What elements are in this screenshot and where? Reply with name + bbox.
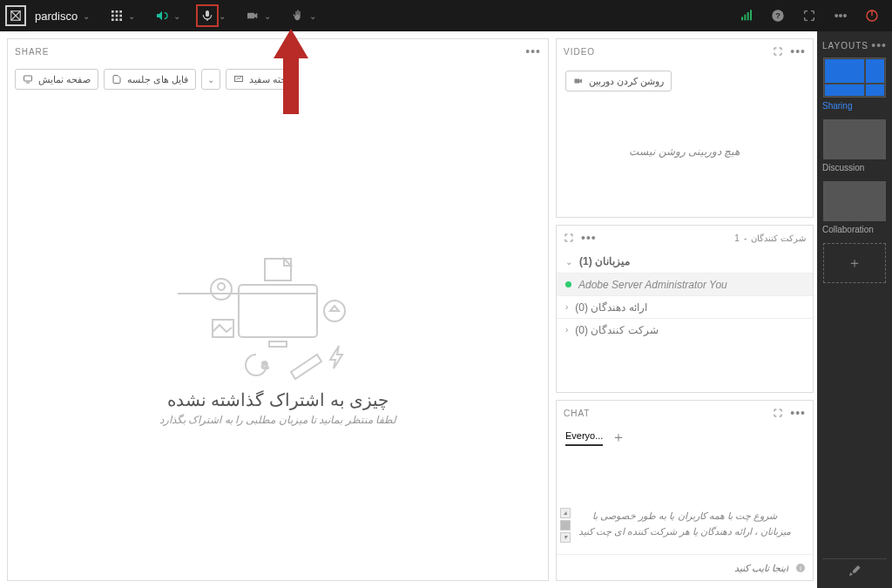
svg-rect-10: [206, 10, 209, 17]
svg-rect-3: [119, 10, 122, 13]
mic-dropdown[interactable]: ⌄: [219, 11, 226, 21]
attendees-presenters-label: ارائه دهندگان (0): [575, 301, 646, 314]
speaker-dropdown[interactable]: ⌄: [173, 11, 180, 21]
layout-discussion-label: Discussion: [822, 163, 887, 172]
attendees-menu-icon[interactable]: •••: [581, 231, 597, 245]
svg-rect-5: [116, 15, 118, 17]
room-name[interactable]: pardisco: [35, 10, 78, 23]
raise-hand-icon[interactable]: [287, 4, 309, 27]
top-bar: pardisco ⌄ ⌄ ⌄ ⌄ ⌄ ⌄ ? •••: [0, 0, 892, 31]
more-icon[interactable]: •••: [829, 4, 852, 27]
help-icon[interactable]: ?: [767, 4, 789, 27]
share-screen-label: صفحه نمایش: [38, 74, 91, 85]
svg-rect-12: [741, 17, 743, 20]
chat-title: CHAT: [564, 409, 590, 418]
fullscreen-icon[interactable]: [798, 4, 821, 27]
chat-fullscreen-icon[interactable]: [773, 408, 783, 418]
layouts-title: LAYOUTS: [822, 41, 868, 51]
grid-dropdown[interactable]: ⌄: [128, 11, 135, 21]
svg-point-27: [218, 283, 225, 290]
svg-rect-20: [24, 76, 32, 81]
share-empty-subtitle: لطفا منتظر بمانید تا میزبان مطلبی را به …: [159, 414, 396, 426]
share-empty-title: چیزی به اشتراک گذاشته نشده: [167, 389, 389, 410]
layout-sharing-label: Sharing: [822, 101, 887, 111]
attendees-participants-label: شرکت کنندگان (0): [575, 324, 658, 336]
share-files-dropdown[interactable]: ⌄: [201, 69, 220, 90]
camera-icon[interactable]: [241, 4, 264, 27]
svg-rect-13: [744, 15, 746, 21]
start-camera-button[interactable]: روشن کردن دوربین: [565, 71, 672, 91]
svg-text:a: a: [261, 357, 268, 371]
share-screen-button[interactable]: صفحه نمایش: [15, 69, 98, 90]
share-menu-icon[interactable]: •••: [525, 44, 541, 58]
svg-text:?: ?: [775, 11, 780, 20]
attendee-you: You: [709, 279, 727, 291]
svg-rect-8: [116, 18, 118, 21]
svg-rect-7: [112, 18, 114, 21]
exit-icon[interactable]: [861, 4, 883, 27]
svg-rect-14: [747, 12, 749, 20]
svg-rect-22: [235, 77, 243, 82]
tools-icon[interactable]: [822, 558, 887, 581]
chat-input[interactable]: [564, 563, 788, 573]
svg-text:i: i: [800, 564, 801, 571]
share-files-label: فایل های جلسه: [127, 74, 188, 85]
attendees-title: شرکت کنندگان: [751, 233, 806, 243]
svg-rect-2: [116, 10, 118, 13]
layout-add[interactable]: ＋: [823, 243, 886, 283]
speaker-icon[interactable]: [151, 4, 173, 27]
status-dot-icon: [565, 281, 571, 287]
svg-rect-1: [112, 10, 114, 13]
svg-rect-6: [119, 15, 122, 17]
room-dropdown[interactable]: ⌄: [83, 11, 90, 21]
layout-collaboration-label: Collaboration: [822, 225, 887, 234]
layouts-menu-icon[interactable]: •••: [871, 38, 887, 52]
layout-discussion[interactable]: [823, 119, 886, 159]
chat-add-tab-icon[interactable]: ＋: [612, 429, 625, 447]
share-files-button[interactable]: فایل های جلسه: [104, 69, 196, 90]
svg-rect-4: [112, 15, 114, 17]
layout-sharing[interactable]: [823, 57, 886, 98]
connection-icon[interactable]: [735, 4, 758, 27]
chat-info-icon[interactable]: i: [795, 563, 806, 573]
app-logo[interactable]: [5, 5, 26, 26]
attendee-name: Adobe Server Administrator: [578, 279, 706, 291]
video-fullscreen-icon[interactable]: [773, 46, 783, 57]
chat-tab-everyone[interactable]: Everyo...: [565, 430, 603, 446]
start-camera-label: روشن کردن دوربین: [589, 76, 664, 87]
svg-rect-11: [247, 13, 254, 19]
chat-scroll-thumb[interactable]: [560, 520, 571, 531]
video-title: VIDEO: [564, 47, 595, 57]
attendees-user-row[interactable]: Adobe Server Administrator You: [557, 273, 813, 295]
share-whiteboard-button[interactable]: تخته سفید: [226, 69, 297, 90]
camera-dropdown[interactable]: ⌄: [264, 11, 271, 21]
attendees-count: 1: [734, 233, 740, 243]
attendees-hosts-label: میزبانان (1): [579, 255, 630, 267]
chat-menu-icon[interactable]: •••: [790, 406, 806, 420]
share-empty-illustration: a: [178, 250, 378, 381]
attendees-fullscreen-icon[interactable]: [564, 233, 574, 243]
share-whiteboard-label: تخته سفید: [249, 74, 289, 85]
share-title: SHARE: [15, 47, 49, 57]
video-menu-icon[interactable]: •••: [790, 44, 806, 58]
layouts-grid-icon[interactable]: [105, 4, 128, 27]
chat-scroll-up[interactable]: ▴: [560, 508, 571, 518]
chat-scroll-down[interactable]: ▾: [560, 532, 571, 543]
attendees-presenters-row[interactable]: › ارائه دهندگان (0): [557, 295, 813, 318]
svg-rect-31: [575, 79, 580, 84]
svg-rect-15: [750, 10, 752, 20]
attendees-hosts-row[interactable]: ⌄ میزبانان (1): [557, 250, 813, 273]
svg-rect-25: [269, 341, 287, 347]
attendees-participants-row[interactable]: › شرکت کنندگان (0): [557, 318, 813, 341]
video-empty-text: هیچ دوربینی روشن نیست: [629, 145, 740, 158]
layout-collaboration[interactable]: [823, 181, 886, 221]
hand-dropdown[interactable]: ⌄: [309, 11, 316, 21]
svg-rect-9: [119, 18, 122, 21]
chat-empty-text: ▴ ▾ شروع چت با همه کاربران یا به طور خصو…: [557, 508, 813, 554]
microphone-icon[interactable]: [196, 4, 219, 27]
